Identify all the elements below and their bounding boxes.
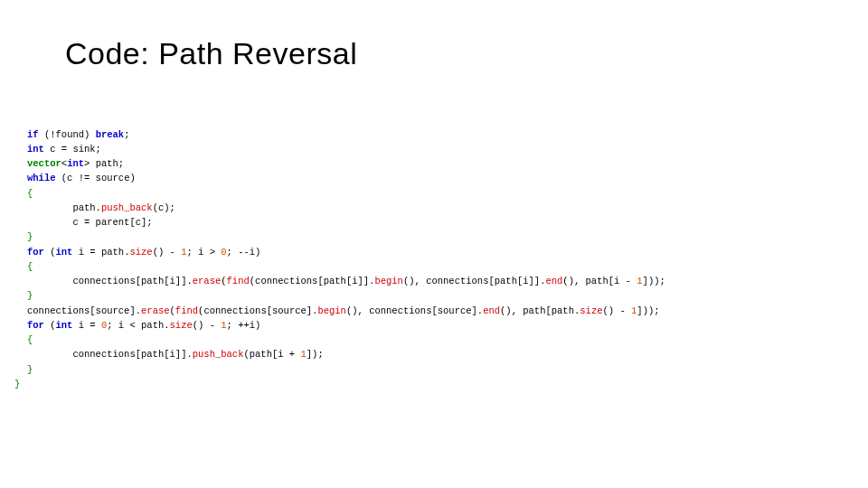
kw-for: for bbox=[27, 320, 44, 331]
cond-not-found: (!found) bbox=[44, 129, 90, 140]
text: () - bbox=[193, 320, 222, 331]
text: (connections[source]. bbox=[198, 305, 317, 316]
text: (path[i + bbox=[243, 349, 300, 360]
kw-int: int bbox=[27, 144, 44, 155]
fn-size: size bbox=[129, 247, 152, 258]
text: (), path[i - bbox=[562, 276, 637, 286]
text: c = parent[c]; bbox=[27, 217, 153, 228]
brace-close: } bbox=[27, 290, 33, 301]
text: connections[path[i]]. bbox=[27, 276, 193, 286]
type-vector: vector bbox=[27, 158, 61, 169]
text: (), connections[path[i]]. bbox=[403, 276, 546, 286]
fn-erase: erase bbox=[193, 276, 222, 286]
fn-end: end bbox=[483, 305, 500, 316]
text: path. bbox=[27, 202, 101, 213]
kw-if: if bbox=[27, 129, 39, 140]
fn-size: size bbox=[580, 305, 602, 316]
text: () - bbox=[603, 305, 632, 316]
text: ( bbox=[44, 320, 56, 331]
text: ])); bbox=[643, 276, 665, 286]
kw-break: break bbox=[96, 129, 125, 140]
text: ; --i) bbox=[227, 247, 261, 258]
fn-size: size bbox=[170, 320, 193, 331]
kw-int: int bbox=[56, 320, 73, 331]
text: i = path. bbox=[72, 247, 129, 258]
slide: Code: Path Reversal if (!found) break; i… bbox=[0, 0, 868, 488]
slide-title: Code: Path Reversal bbox=[65, 36, 357, 71]
kw-int-t: int bbox=[67, 158, 84, 169]
text: ]); bbox=[307, 349, 324, 360]
brace-close-outer: } bbox=[14, 379, 20, 389]
text: c = sink; bbox=[44, 144, 101, 155]
fn-find: find bbox=[175, 305, 198, 316]
text: (), connections[source]. bbox=[346, 305, 483, 316]
text: path; bbox=[90, 158, 124, 169]
text: connections[path[i]]. bbox=[27, 349, 193, 360]
fn-erase: erase bbox=[141, 305, 170, 316]
brace-open: { bbox=[27, 188, 33, 199]
fn-begin: begin bbox=[374, 276, 403, 286]
text: ; i < path. bbox=[107, 320, 169, 331]
brace-close: } bbox=[27, 231, 33, 242]
text: ; ++i) bbox=[227, 320, 261, 331]
kw-int: int bbox=[56, 247, 73, 258]
text: ; i > bbox=[186, 247, 221, 258]
text: (connections[path[i]]. bbox=[250, 276, 375, 286]
text: (c); bbox=[153, 202, 175, 213]
brace-close: } bbox=[27, 364, 33, 375]
text: ])); bbox=[637, 305, 659, 316]
fn-find: find bbox=[227, 276, 250, 286]
fn-push-back: push_back bbox=[101, 202, 153, 213]
text: i = bbox=[72, 320, 101, 331]
brace-open: { bbox=[27, 334, 33, 345]
text: connections[source]. bbox=[27, 305, 141, 316]
text: () - bbox=[153, 247, 182, 258]
code-block: if (!found) break; int c = sink; vector<… bbox=[27, 127, 665, 392]
fn-begin: begin bbox=[317, 305, 346, 316]
fn-end: end bbox=[545, 276, 562, 286]
kw-while: while bbox=[27, 173, 56, 183]
semi: ; bbox=[124, 129, 129, 140]
text: (c != source) bbox=[56, 173, 136, 183]
brace-open: { bbox=[27, 261, 33, 272]
fn-push-back: push_back bbox=[193, 349, 244, 360]
kw-for: for bbox=[27, 247, 44, 258]
text: (), path[path. bbox=[500, 305, 580, 316]
text: ( bbox=[44, 247, 56, 258]
